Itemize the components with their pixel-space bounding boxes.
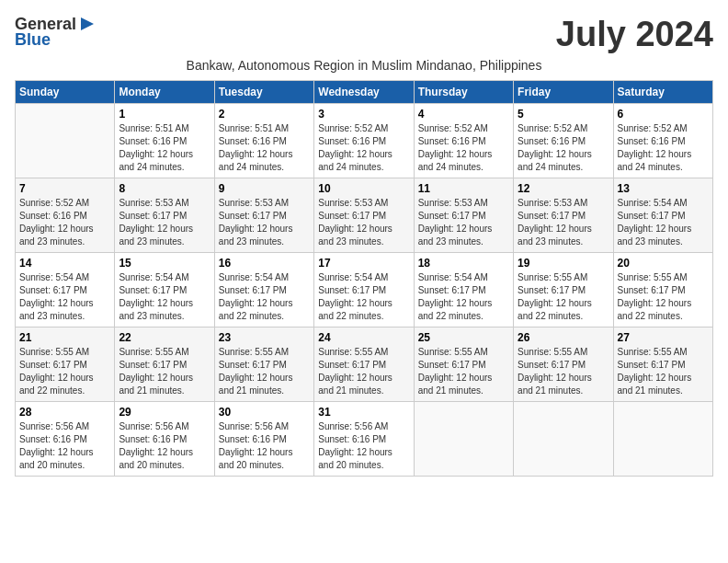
calendar-day-cell: 3Sunrise: 5:52 AM Sunset: 6:16 PM Daylig… [314,104,414,178]
month-title: July 2024 [556,15,713,54]
calendar-day-cell: 12Sunrise: 5:53 AM Sunset: 6:17 PM Dayli… [514,178,613,253]
day-number: 3 [318,108,409,121]
day-number: 4 [418,108,509,121]
day-info: Sunrise: 5:51 AM Sunset: 6:16 PM Dayligh… [119,122,210,174]
day-info: Sunrise: 5:52 AM Sunset: 6:16 PM Dayligh… [19,197,110,248]
day-number: 8 [119,182,210,195]
day-info: Sunrise: 5:55 AM Sunset: 6:17 PM Dayligh… [19,346,110,397]
svg-marker-0 [81,17,94,30]
logo-triangle-icon [77,16,94,32]
calendar-day-header: Tuesday [214,81,313,104]
calendar-day-cell: 7Sunrise: 5:52 AM Sunset: 6:16 PM Daylig… [16,178,115,253]
day-info: Sunrise: 5:52 AM Sunset: 6:16 PM Dayligh… [418,122,509,174]
calendar-day-cell: 13Sunrise: 5:54 AM Sunset: 6:17 PM Dayli… [613,178,712,253]
day-number: 11 [418,182,509,195]
calendar-day-cell: 19Sunrise: 5:55 AM Sunset: 6:17 PM Dayli… [514,253,613,327]
day-number: 7 [19,182,110,195]
day-info: Sunrise: 5:53 AM Sunset: 6:17 PM Dayligh… [318,197,409,248]
calendar-day-cell: 26Sunrise: 5:55 AM Sunset: 6:17 PM Dayli… [514,327,613,402]
day-number: 28 [19,406,110,419]
calendar-day-cell: 28Sunrise: 5:56 AM Sunset: 6:16 PM Dayli… [16,402,115,477]
day-number: 31 [318,406,409,419]
day-number: 19 [518,257,609,270]
logo: General Blue [15,15,94,50]
day-number: 22 [119,331,210,344]
calendar-day-cell [514,402,613,477]
calendar-week-row: 1Sunrise: 5:51 AM Sunset: 6:16 PM Daylig… [16,104,713,178]
calendar-day-cell: 31Sunrise: 5:56 AM Sunset: 6:16 PM Dayli… [314,402,414,477]
day-number: 15 [119,257,210,270]
calendar-day-cell: 11Sunrise: 5:53 AM Sunset: 6:17 PM Dayli… [414,178,513,253]
calendar-day-cell: 2Sunrise: 5:51 AM Sunset: 6:16 PM Daylig… [214,104,313,178]
calendar-day-cell: 15Sunrise: 5:54 AM Sunset: 6:17 PM Dayli… [115,253,214,327]
calendar-day-header: Sunday [16,81,115,104]
calendar-day-cell: 4Sunrise: 5:52 AM Sunset: 6:16 PM Daylig… [414,104,513,178]
day-info: Sunrise: 5:54 AM Sunset: 6:17 PM Dayligh… [318,271,409,323]
day-number: 25 [418,331,509,344]
day-info: Sunrise: 5:52 AM Sunset: 6:16 PM Dayligh… [318,122,409,174]
calendar-day-cell: 24Sunrise: 5:55 AM Sunset: 6:17 PM Dayli… [314,327,414,402]
day-info: Sunrise: 5:56 AM Sunset: 6:16 PM Dayligh… [119,420,210,472]
page-header: General Blue July 2024 [15,15,713,54]
day-info: Sunrise: 5:55 AM Sunset: 6:17 PM Dayligh… [518,271,609,323]
day-number: 24 [318,331,409,344]
day-number: 26 [518,331,609,344]
day-info: Sunrise: 5:54 AM Sunset: 6:17 PM Dayligh… [219,271,310,323]
day-number: 30 [219,406,310,419]
day-info: Sunrise: 5:56 AM Sunset: 6:16 PM Dayligh… [318,420,409,472]
calendar-day-cell [613,402,712,477]
calendar-day-cell: 20Sunrise: 5:55 AM Sunset: 6:17 PM Dayli… [613,253,712,327]
day-number: 5 [518,108,609,121]
logo-blue-text: Blue [15,30,51,50]
day-number: 20 [618,257,709,270]
calendar-day-cell [16,104,115,178]
calendar-table: SundayMondayTuesdayWednesdayThursdayFrid… [15,80,713,477]
day-number: 17 [318,257,409,270]
day-info: Sunrise: 5:55 AM Sunset: 6:17 PM Dayligh… [618,346,709,397]
day-number: 18 [418,257,509,270]
calendar-day-cell: 16Sunrise: 5:54 AM Sunset: 6:17 PM Dayli… [214,253,313,327]
day-number: 23 [219,331,310,344]
calendar-day-header: Friday [514,81,613,104]
day-number: 16 [219,257,310,270]
calendar-day-cell: 1Sunrise: 5:51 AM Sunset: 6:16 PM Daylig… [115,104,214,178]
calendar-day-cell: 22Sunrise: 5:55 AM Sunset: 6:17 PM Dayli… [115,327,214,402]
day-number: 1 [119,108,210,121]
calendar-header-row: SundayMondayTuesdayWednesdayThursdayFrid… [16,81,713,104]
calendar-day-header: Wednesday [314,81,414,104]
calendar-day-cell: 29Sunrise: 5:56 AM Sunset: 6:16 PM Dayli… [115,402,214,477]
day-info: Sunrise: 5:55 AM Sunset: 6:17 PM Dayligh… [318,346,409,397]
day-number: 27 [618,331,709,344]
calendar-day-cell: 9Sunrise: 5:53 AM Sunset: 6:17 PM Daylig… [214,178,313,253]
day-info: Sunrise: 5:54 AM Sunset: 6:17 PM Dayligh… [418,271,509,323]
day-number: 29 [119,406,210,419]
day-info: Sunrise: 5:55 AM Sunset: 6:17 PM Dayligh… [418,346,509,397]
day-info: Sunrise: 5:53 AM Sunset: 6:17 PM Dayligh… [518,197,609,248]
calendar-day-cell: 18Sunrise: 5:54 AM Sunset: 6:17 PM Dayli… [414,253,513,327]
calendar-day-cell: 10Sunrise: 5:53 AM Sunset: 6:17 PM Dayli… [314,178,414,253]
day-number: 10 [318,182,409,195]
calendar-day-cell: 23Sunrise: 5:55 AM Sunset: 6:17 PM Dayli… [214,327,313,402]
day-info: Sunrise: 5:54 AM Sunset: 6:17 PM Dayligh… [119,271,210,323]
day-info: Sunrise: 5:55 AM Sunset: 6:17 PM Dayligh… [518,346,609,397]
day-number: 6 [618,108,709,121]
day-info: Sunrise: 5:55 AM Sunset: 6:17 PM Dayligh… [119,346,210,397]
calendar-subtitle: Bankaw, Autonomous Region in Muslim Mind… [15,58,713,73]
calendar-week-row: 28Sunrise: 5:56 AM Sunset: 6:16 PM Dayli… [16,402,713,477]
day-number: 12 [518,182,609,195]
calendar-day-cell: 8Sunrise: 5:53 AM Sunset: 6:17 PM Daylig… [115,178,214,253]
day-info: Sunrise: 5:55 AM Sunset: 6:17 PM Dayligh… [219,346,310,397]
calendar-day-cell: 5Sunrise: 5:52 AM Sunset: 6:16 PM Daylig… [514,104,613,178]
calendar-day-cell [414,402,513,477]
day-info: Sunrise: 5:55 AM Sunset: 6:17 PM Dayligh… [618,271,709,323]
day-number: 13 [618,182,709,195]
calendar-day-cell: 17Sunrise: 5:54 AM Sunset: 6:17 PM Dayli… [314,253,414,327]
day-info: Sunrise: 5:53 AM Sunset: 6:17 PM Dayligh… [119,197,210,248]
day-number: 9 [219,182,310,195]
calendar-week-row: 7Sunrise: 5:52 AM Sunset: 6:16 PM Daylig… [16,178,713,253]
calendar-day-cell: 21Sunrise: 5:55 AM Sunset: 6:17 PM Dayli… [16,327,115,402]
calendar-day-header: Thursday [414,81,513,104]
day-number: 2 [219,108,310,121]
calendar-body: 1Sunrise: 5:51 AM Sunset: 6:16 PM Daylig… [16,104,713,477]
day-info: Sunrise: 5:54 AM Sunset: 6:17 PM Dayligh… [19,271,110,323]
